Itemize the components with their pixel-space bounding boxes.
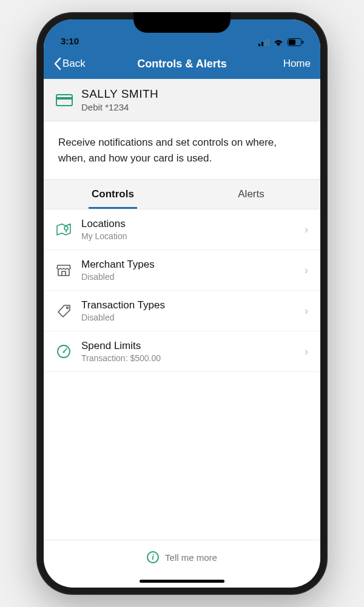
svg-rect-1 xyxy=(261,42,263,46)
info-icon: i xyxy=(147,551,159,563)
device-notch xyxy=(133,12,231,33)
list-item-sub: Disabled xyxy=(81,313,295,322)
list-item-title: Locations xyxy=(81,218,295,230)
svg-rect-3 xyxy=(268,39,269,46)
chevron-right-icon: › xyxy=(305,264,308,277)
footer-label: Tell me more xyxy=(165,552,217,563)
back-button[interactable]: Back xyxy=(53,57,86,70)
tab-controls[interactable]: Controls xyxy=(44,180,182,209)
list-item-merchant-types[interactable]: Merchant Types Disabled › xyxy=(44,250,320,291)
card-icon xyxy=(56,94,73,106)
list-item-title: Transaction Types xyxy=(81,299,295,311)
chevron-left-icon xyxy=(53,57,61,70)
cardholder-name: SALLY SMITH xyxy=(81,87,158,101)
nav-bar: Back Controls & Alerts Home xyxy=(44,49,320,79)
page-title: Controls & Alerts xyxy=(137,58,226,70)
svg-rect-2 xyxy=(265,40,266,46)
card-summary: SALLY SMITH Debit *1234 xyxy=(44,79,320,121)
status-time: 3:10 xyxy=(61,36,79,46)
chevron-right-icon: › xyxy=(305,223,308,236)
gauge-icon xyxy=(56,344,72,359)
svg-point-7 xyxy=(64,226,68,230)
card-number: Debit *1234 xyxy=(81,102,158,112)
tag-icon xyxy=(56,303,72,319)
svg-point-10 xyxy=(63,351,65,353)
status-icons xyxy=(258,38,303,46)
phone-frame: 3:10 Back Controls & Alerts xyxy=(36,12,328,595)
screen: 3:10 Back Controls & Alerts xyxy=(44,19,320,588)
chevron-right-icon: › xyxy=(305,345,308,358)
svg-rect-5 xyxy=(289,39,295,45)
svg-point-8 xyxy=(67,307,69,309)
chevron-right-icon: › xyxy=(305,305,308,317)
list-item-sub: Transaction: $500.00 xyxy=(81,353,295,363)
store-icon xyxy=(56,262,72,278)
battery-icon xyxy=(288,38,303,46)
wifi-icon xyxy=(273,38,284,46)
list-item-sub: Disabled xyxy=(81,272,295,282)
description-text: Receive notifications and set controls o… xyxy=(44,121,320,179)
list-item-sub: My Location xyxy=(81,231,295,241)
list-item-spend-limits[interactable]: Spend Limits Transaction: $500.00 › xyxy=(44,331,320,372)
list-item-title: Spend Limits xyxy=(81,340,295,352)
list-item-title: Merchant Types xyxy=(81,259,295,271)
home-indicator[interactable] xyxy=(140,580,224,583)
svg-rect-0 xyxy=(258,44,260,46)
controls-list: Locations My Location › Merchant Types D… xyxy=(44,209,320,540)
list-item-locations[interactable]: Locations My Location › xyxy=(44,209,320,250)
tabs: Controls Alerts xyxy=(44,179,320,209)
tab-alerts[interactable]: Alerts xyxy=(182,180,320,209)
svg-rect-6 xyxy=(302,41,303,44)
home-button[interactable]: Home xyxy=(283,58,311,70)
back-label: Back xyxy=(62,58,86,70)
cellular-icon xyxy=(258,39,269,46)
map-pin-icon xyxy=(56,222,72,237)
list-item-transaction-types[interactable]: Transaction Types Disabled › xyxy=(44,291,320,331)
